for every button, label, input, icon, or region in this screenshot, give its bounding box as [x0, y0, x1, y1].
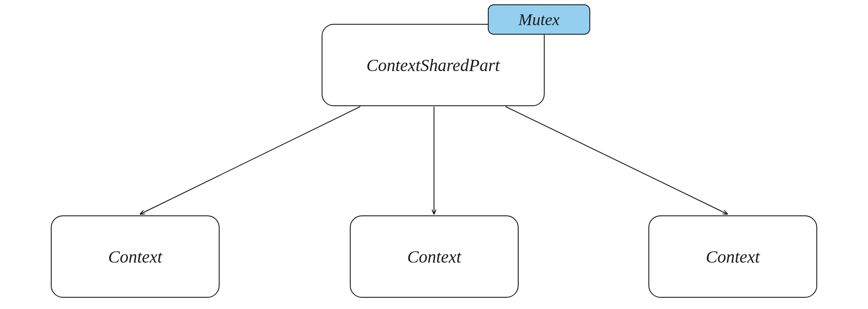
mutex-label: Mutex [519, 10, 560, 29]
context-label-left: Context [108, 247, 162, 267]
svg-line-0 [140, 107, 360, 214]
context-label-right: Context [706, 247, 760, 267]
context-box-right: Context [648, 215, 817, 298]
context-box-left: Context [51, 215, 220, 298]
context-label-middle: Context [407, 247, 461, 267]
context-shared-part-label: ContextSharedPart [366, 55, 500, 75]
context-shared-part-box: ContextSharedPart [322, 24, 545, 106]
mutex-badge: Mutex [488, 4, 590, 35]
svg-line-2 [506, 107, 727, 214]
context-box-middle: Context [350, 215, 519, 298]
